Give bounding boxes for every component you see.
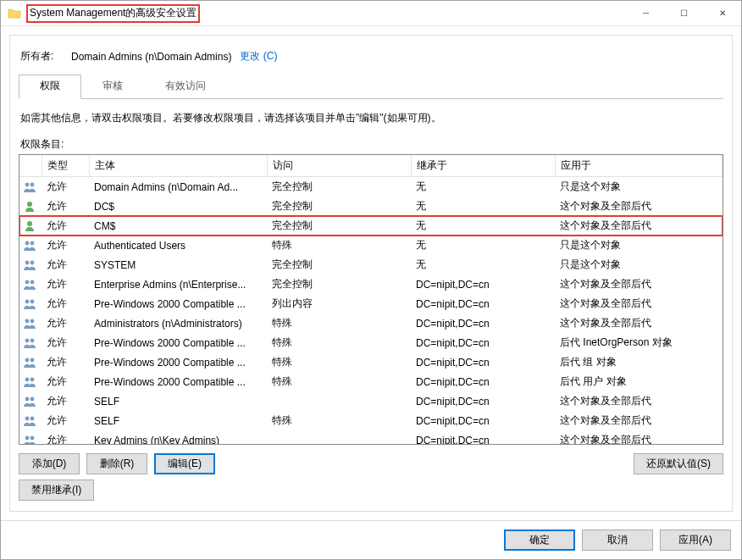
principal-icon [19, 274, 42, 294]
change-owner-link[interactable]: 更改 (C) [240, 49, 277, 64]
cell-access [267, 430, 411, 445]
cell-access: 特殊 [267, 352, 411, 372]
cell-inherited: 无 [411, 236, 555, 255]
cell-principal: SELF [89, 411, 267, 430]
principal-icon [19, 391, 42, 411]
ok-button[interactable]: 确定 [504, 530, 575, 551]
tab-permissions[interactable]: 权限 [19, 75, 81, 99]
disable-inheritance-button[interactable]: 禁用继承(I) [19, 480, 94, 501]
cell-type: 允许 [42, 177, 89, 197]
cell-access: 完全控制 [267, 216, 411, 236]
add-button[interactable]: 添加(D) [19, 453, 80, 474]
svg-point-20 [25, 396, 30, 401]
cell-applies: 后代 组 对象 [555, 352, 723, 372]
cell-applies: 后代 InetOrgPerson 对象 [555, 333, 723, 352]
svg-point-22 [25, 416, 30, 420]
table-row[interactable]: 允许Authenticated Users特殊无只是这个对象 [19, 236, 723, 255]
permissions-grid[interactable]: 类型 主体 访问 继承于 应用于 允许Domain Admins (n\Doma… [19, 154, 723, 445]
svg-point-24 [25, 435, 30, 440]
table-row[interactable]: 允许Pre-Windows 2000 Compatible ...特殊DC=ni… [19, 372, 723, 391]
cell-applies: 这个对象及全部后代 [555, 391, 723, 411]
restore-defaults-button[interactable]: 还原默认值(S) [634, 453, 723, 474]
inherit-row: 禁用继承(I) [19, 480, 723, 501]
svg-point-13 [30, 319, 35, 323]
cell-access: 特殊 [267, 313, 411, 333]
cell-principal: DC$ [89, 197, 267, 216]
col-inherited[interactable]: 继承于 [411, 155, 555, 177]
advanced-security-window: System Management的高级安全设置 ─ ☐ ✕ 所有者: Doma… [0, 0, 742, 560]
cell-type: 允许 [42, 372, 89, 391]
principal-icon [19, 430, 42, 445]
cancel-button[interactable]: 取消 [582, 530, 653, 551]
svg-point-14 [25, 338, 30, 342]
col-type[interactable]: 类型 [42, 155, 89, 177]
principal-icon [19, 372, 42, 391]
table-row[interactable]: 允许Key Admins (n\Key Admins)DC=nipit,DC=c… [19, 430, 723, 445]
table-row[interactable]: 允许Pre-Windows 2000 Compatible ...特殊DC=ni… [19, 333, 723, 352]
cell-principal: Pre-Windows 2000 Compatible ... [89, 294, 267, 313]
tab-auditing[interactable]: 审核 [81, 75, 144, 99]
col-icon[interactable] [19, 155, 42, 177]
principal-icon [19, 333, 42, 352]
svg-point-8 [25, 280, 30, 284]
action-buttons-row: 添加(D) 删除(R) 编辑(E) 还原默认值(S) [19, 453, 723, 474]
cell-principal: Administrators (n\Administrators) [89, 313, 267, 333]
principal-icon [19, 216, 42, 236]
cell-applies: 只是这个对象 [555, 177, 723, 197]
minimize-button[interactable]: ─ [627, 1, 665, 26]
cell-access: 列出内容 [267, 294, 411, 313]
content-pane: 所有者: Domain Admins (n\Domain Admins) 更改 … [9, 35, 733, 512]
table-row[interactable]: 允许SELFDC=nipit,DC=cn这个对象及全部后代 [19, 391, 723, 411]
cell-applies: 只是这个对象 [555, 236, 723, 255]
svg-point-12 [25, 319, 30, 323]
cell-principal: SELF [89, 391, 267, 411]
svg-point-16 [25, 358, 30, 362]
col-applies[interactable]: 应用于 [555, 155, 723, 177]
tab-effective-access[interactable]: 有效访问 [144, 75, 227, 99]
svg-point-23 [30, 416, 35, 420]
cell-type: 允许 [42, 294, 89, 313]
cell-access: 特殊 [267, 411, 411, 430]
window-title: System Management的高级安全设置 [30, 6, 197, 20]
table-row[interactable]: 允许SYSTEM完全控制无只是这个对象 [19, 255, 723, 274]
cell-inherited: 无 [411, 255, 555, 274]
cell-applies: 这个对象及全部后代 [555, 411, 723, 430]
table-row[interactable]: 允许Administrators (n\Administrators)特殊DC=… [19, 313, 723, 333]
table-row[interactable]: 允许Pre-Windows 2000 Compatible ...列出内容DC=… [19, 294, 723, 313]
col-principal[interactable]: 主体 [89, 155, 267, 177]
principal-icon [19, 255, 42, 274]
cell-applies: 这个对象及全部后代 [555, 313, 723, 333]
remove-button[interactable]: 删除(R) [86, 453, 147, 474]
cell-inherited: DC=nipit,DC=cn [411, 411, 555, 430]
maximize-button[interactable]: ☐ [665, 1, 703, 26]
table-row[interactable]: 允许CM$完全控制无这个对象及全部后代 [19, 216, 723, 236]
cell-inherited: DC=nipit,DC=cn [411, 294, 555, 313]
svg-point-21 [30, 396, 35, 401]
cell-access [267, 391, 411, 411]
svg-point-15 [30, 338, 35, 342]
cell-type: 允许 [42, 411, 89, 430]
table-row[interactable]: 允许DC$完全控制无这个对象及全部后代 [19, 197, 723, 216]
folder-icon [8, 7, 21, 20]
col-access[interactable]: 访问 [267, 155, 411, 177]
edit-button[interactable]: 编辑(E) [154, 453, 215, 474]
svg-point-25 [30, 435, 35, 440]
svg-point-19 [30, 377, 35, 381]
svg-point-9 [30, 280, 35, 284]
table-row[interactable]: 允许SELF特殊DC=nipit,DC=cn这个对象及全部后代 [19, 411, 723, 430]
svg-point-0 [25, 182, 30, 186]
table-row[interactable]: 允许Pre-Windows 2000 Compatible ...特殊DC=ni… [19, 352, 723, 372]
cell-access: 完全控制 [267, 274, 411, 294]
cell-type: 允许 [42, 352, 89, 372]
apply-button[interactable]: 应用(A) [660, 530, 731, 551]
cell-principal: Key Admins (n\Key Admins) [89, 430, 267, 445]
cell-applies: 这个对象及全部后代 [555, 430, 723, 445]
table-row[interactable]: 允许Domain Admins (n\Domain Ad...完全控制无只是这个… [19, 177, 723, 197]
cell-principal: Domain Admins (n\Domain Ad... [89, 177, 267, 197]
table-row[interactable]: 允许Enterprise Admins (n\Enterprise...完全控制… [19, 274, 723, 294]
owner-value: Domain Admins (n\Domain Admins) [71, 51, 231, 63]
cell-principal: Pre-Windows 2000 Compatible ... [89, 372, 267, 391]
svg-point-10 [25, 299, 30, 303]
close-button[interactable]: ✕ [703, 1, 741, 26]
principal-icon [19, 294, 42, 313]
